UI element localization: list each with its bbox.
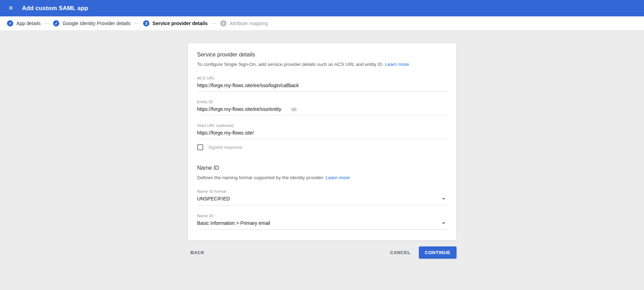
acs-url-input[interactable]: https://forge.my-flows.site/ee/sso/login… <box>197 83 447 92</box>
close-icon[interactable]: ✕ <box>7 4 15 13</box>
service-provider-card: Service provider details To configure Si… <box>188 43 457 241</box>
step-attribute-mapping[interactable]: 4 Attribute mapping <box>220 20 268 26</box>
step-separator <box>212 23 216 24</box>
name-id-label: Name ID <box>197 214 447 218</box>
card-title: Service provider details <box>197 52 447 58</box>
check-icon: ✓ <box>8 22 12 25</box>
step-number-badge: 3 <box>143 20 149 26</box>
name-id-format-select-group: Name ID format UNSPECIFIED <box>197 189 447 205</box>
name-id-select[interactable]: Basic Information > Primary email <box>197 220 447 230</box>
back-button[interactable]: BACK <box>188 247 208 258</box>
redaction-blur <box>282 105 315 114</box>
step-app-details[interactable]: ✓ App details <box>7 20 40 26</box>
signed-response-checkbox[interactable] <box>197 144 203 150</box>
entity-id-label: Entity ID <box>197 100 447 104</box>
learn-more-link[interactable]: Learn more <box>326 175 350 180</box>
name-id-description: Defines the naming format supported by t… <box>197 174 447 181</box>
name-id-format-label: Name ID format <box>197 189 447 193</box>
step-label: App details <box>16 21 40 26</box>
card-description-text: To configure Single Sign-On, add service… <box>197 62 384 67</box>
entity-id-value: https://forge.my-flows.site/ee/sso/entit… <box>197 106 281 112</box>
name-id-format-value: UNSPECIFIED <box>197 196 230 201</box>
step-label: Service provider details <box>153 21 208 26</box>
app-bar: ✕ Add custom SAML app <box>0 0 644 16</box>
wizard-stepper: ✓ App details ✓ Google Identity Provider… <box>0 16 644 31</box>
name-id-format-select[interactable]: UNSPECIFIED <box>197 196 447 205</box>
step-separator <box>134 23 139 24</box>
acs-url-value: https://forge.my-flows.site/ee/sso/login… <box>197 83 299 88</box>
start-url-label: Start URL (optional) <box>197 123 447 128</box>
continue-button[interactable]: CONTINUE <box>419 246 457 259</box>
step-number-badge: 4 <box>220 20 227 26</box>
name-id-select-group: Name ID Basic Information > Primary emai… <box>197 214 447 230</box>
cancel-button[interactable]: CANCEL <box>387 247 413 258</box>
entity-id-field-group: Entity ID https://forge.my-flows.site/ee… <box>197 100 447 115</box>
name-id-section: Name ID Defines the naming format suppor… <box>197 165 447 230</box>
step-complete-icon: ✓ <box>53 20 59 26</box>
step-complete-icon: ✓ <box>7 20 13 26</box>
main-content: Service provider details To configure Si… <box>0 31 644 273</box>
step-label: Attribute mapping <box>230 21 268 26</box>
step-label: Google Identity Provider details <box>62 21 131 26</box>
footer-actions: BACK CANCEL CONTINUE <box>188 246 457 259</box>
acs-url-label: ACS URL <box>197 76 447 80</box>
chevron-down-icon <box>442 222 445 224</box>
chevron-down-icon <box>442 198 445 200</box>
signed-response-label: Signed response <box>208 145 243 150</box>
signed-response-checkbox-row[interactable]: Signed response <box>197 144 447 150</box>
step-service-provider-details[interactable]: 3 Service provider details <box>143 20 208 26</box>
name-id-description-text: Defines the naming format supported by t… <box>197 175 325 180</box>
step-separator <box>44 23 49 24</box>
card-description: To configure Single Sign-On, add service… <box>197 61 447 68</box>
start-url-input[interactable]: https://forge.my-flows.site/ <box>197 130 447 139</box>
acs-url-field-group: ACS URL https://forge.my-flows.site/ee/s… <box>197 76 447 92</box>
check-icon: ✓ <box>55 22 58 25</box>
page-title: Add custom SAML app <box>22 5 88 12</box>
step-google-idp-details[interactable]: ✓ Google Identity Provider details <box>53 20 131 26</box>
name-id-title: Name ID <box>197 165 447 171</box>
start-url-field-group: Start URL (optional) https://forge.my-fl… <box>197 123 447 139</box>
start-url-value: https://forge.my-flows.site/ <box>197 130 254 136</box>
name-id-value: Basic Information > Primary email <box>197 220 271 226</box>
entity-id-input[interactable]: https://forge.my-flows.site/ee/sso/entit… <box>197 106 447 115</box>
learn-more-link[interactable]: Learn more <box>385 62 409 67</box>
